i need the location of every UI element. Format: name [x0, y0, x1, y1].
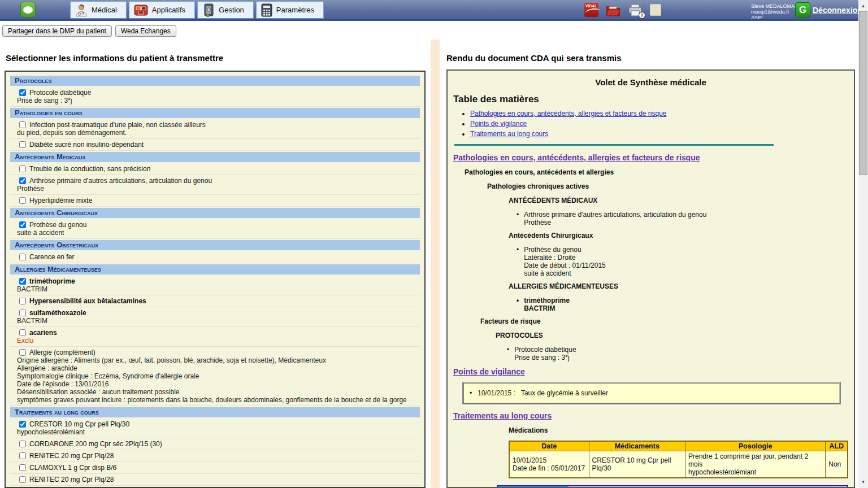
doc-line: Latéralité : Droite — [524, 254, 606, 262]
vertical-scrollbar[interactable]: ▲ ▼ — [858, 0, 868, 488]
toc-link[interactable]: Traitements au long cours — [470, 130, 548, 138]
tab-label: Médical — [92, 6, 117, 14]
right-panel-title: Rendu du document CDA qui sera transmis — [446, 53, 622, 63]
item-checkbox[interactable] — [19, 89, 26, 96]
med-column-header: Médicaments — [589, 441, 685, 451]
toc-link[interactable]: Points de vigilance — [470, 120, 527, 128]
item-checkbox[interactable] — [19, 349, 26, 356]
item-checkbox[interactable] — [19, 421, 26, 428]
doc-section-heading: Points de vigilance — [453, 367, 848, 377]
section-header: Allergies Médicamenteuses — [10, 264, 420, 274]
selectable-item: Hyperlipidémie mixte — [10, 195, 420, 207]
item-checkbox[interactable] — [19, 221, 26, 228]
scroll-down-icon[interactable]: ▼ — [858, 477, 868, 487]
patient-table: PatientMme Prénom : Martine ; Nom de fam… — [497, 485, 848, 488]
item-checkbox[interactable] — [19, 197, 26, 204]
scroll-up-icon[interactable]: ▲ — [858, 1, 868, 11]
item-detail: Symptomalogie clinique : Eczéma, Syndrom… — [10, 372, 420, 380]
bullet-dot: • — [517, 246, 519, 277]
item-label: Trouble de la conduction, sans précision — [29, 165, 150, 173]
nav-tabs: MédicalApplicatifsGestionParamètres — [70, 1, 324, 19]
item-checkbox[interactable] — [19, 441, 26, 447]
item-checkbox[interactable] — [19, 298, 26, 304]
med-date-line: Date de fin : 05/01/2017 — [513, 464, 586, 472]
toc-link[interactable]: Pathologies en cours, antécédents, aller… — [470, 110, 667, 117]
item-label: Protocole diabétique — [29, 89, 91, 97]
toc-item: Points de vigilance — [470, 120, 848, 128]
g-logo-icon[interactable]: G — [795, 2, 810, 18]
doc-line: suite à accident — [524, 269, 606, 277]
tab-medical[interactable]: Médical — [70, 1, 127, 19]
item-row: acariens — [10, 329, 420, 337]
item-row: Hypersensibilité aux bêtalactamines — [10, 297, 420, 305]
medications-table: DateMédicamentsPosologieALD10/01/2015Dat… — [509, 441, 848, 478]
doc-line: triméthoprime — [524, 297, 570, 304]
selectable-item: Trouble de la conduction, sans précision — [10, 163, 420, 175]
vigilance-text: Taux de glycémie à surveiller — [521, 389, 608, 397]
tab-label: Applicatifs — [152, 6, 185, 14]
printer-badge: 1 — [639, 12, 645, 19]
selectable-item: CORDARONE 200 mg Cpr séc 2Plq/15 (30) — [10, 438, 420, 450]
vidal-icon[interactable]: VIDAL — [584, 3, 598, 17]
item-row: Protocole diabétique — [10, 89, 420, 97]
item-detail: Prothèse — [10, 185, 420, 193]
vidal-label: VIDAL — [584, 3, 598, 17]
folder-icon[interactable] — [606, 3, 620, 17]
doc-section-link[interactable]: Pathologies en cours, antécédents, aller… — [453, 153, 700, 162]
item-detail: BACTRIM — [10, 317, 420, 325]
bullet-dot: • — [517, 297, 519, 312]
item-label: Prothèse du genou — [29, 221, 86, 229]
doc-subheading: ALLERGIES MÉDICAMENTEUSES — [509, 282, 848, 291]
item-checkbox[interactable] — [19, 310, 26, 316]
item-detail: Allergène : arachide — [10, 364, 420, 372]
item-row: Arthrose primaire d'autres articulations… — [10, 177, 420, 185]
selectable-item: Hypersensibilité aux bêtalactamines — [10, 295, 420, 307]
item-detail: suite à accident — [10, 229, 420, 237]
tab-applicatifs[interactable]: Applicatifs — [129, 1, 195, 19]
tab-parametres[interactable]: Paramètres — [256, 1, 324, 19]
item-checkbox[interactable] — [19, 329, 26, 336]
item-checkbox[interactable] — [19, 165, 26, 172]
topbar-icons: VIDAL 1 — [584, 3, 661, 17]
doc-section-heading: Pathologies en cours, antécédents, aller… — [453, 152, 848, 163]
selectable-item: RENITEC 20 mg Cpr Plq/28 — [10, 450, 420, 462]
item-row: triméthoprime — [10, 277, 420, 285]
doc-subheading: ANTÉCÉDENTS MÉDICAUX — [509, 197, 848, 205]
item-label: Hyperlipidémie mixte — [29, 197, 92, 204]
item-checkbox[interactable] — [19, 476, 26, 483]
logout-link[interactable]: Déconnexion — [813, 6, 862, 15]
item-checkbox[interactable] — [19, 177, 26, 184]
tab-gestion[interactable]: Gestion — [197, 1, 254, 19]
item-detail: BACTRIM — [10, 285, 420, 293]
selectable-item: sulfaméthoxazoleBACTRIM — [10, 307, 420, 327]
item-checkbox[interactable] — [19, 254, 26, 260]
med-date-line: 10/01/2015 — [513, 456, 586, 464]
printer-icon[interactable]: 1 — [628, 3, 643, 17]
doc-section-heading: Traitements au long cours — [453, 411, 848, 421]
doc-line: Prothèse du genou — [524, 246, 606, 254]
item-checkbox[interactable] — [19, 452, 26, 459]
med-column-header: Posologie — [685, 441, 826, 451]
safe-icon — [202, 3, 215, 17]
weda-logo-icon[interactable] — [20, 2, 36, 18]
user-info: Steve MEDALOMANE masip1@weda.fr ASIP — [751, 3, 802, 20]
doc-section-link[interactable]: Points de vigilance — [453, 367, 525, 376]
bullet-dot: • — [470, 389, 472, 397]
item-checkbox[interactable] — [19, 121, 26, 128]
toolbar-button-0[interactable]: Partager dans le DMP du patient — [2, 25, 112, 37]
toc-item: Traitements au long cours — [470, 130, 848, 138]
item-row: sulfaméthoxazole — [10, 309, 420, 317]
section-header: Protocoles — [10, 76, 420, 86]
item-checkbox[interactable] — [19, 278, 26, 285]
toolbar-button-1[interactable]: Weda Echanges — [115, 25, 176, 37]
item-row: RENITEC 20 mg Cpr Plq/28 — [10, 476, 420, 483]
scrollbar-thumb[interactable] — [859, 11, 867, 175]
item-label: sulfaméthoxazole — [29, 309, 86, 317]
item-checkbox[interactable] — [19, 141, 26, 148]
item-checkbox[interactable] — [19, 464, 26, 471]
doctor-icon — [75, 3, 88, 17]
doc-section-link[interactable]: Traitements au long cours — [453, 411, 552, 420]
blank-square-icon[interactable] — [650, 4, 661, 16]
selectable-item: CRESTOR 10 mg Cpr pell Plq/30hypocholest… — [10, 419, 420, 438]
table-of-contents: Pathologies en cours, antécédents, aller… — [470, 110, 848, 138]
